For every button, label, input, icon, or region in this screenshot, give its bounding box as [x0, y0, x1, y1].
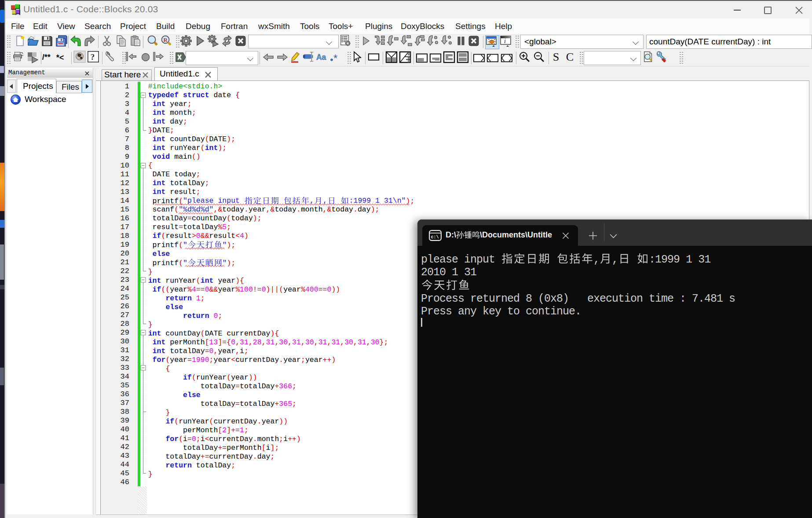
- svg-text:/**: /**: [42, 53, 51, 62]
- svg-text:C: C: [566, 51, 574, 63]
- svg-text:*<: *<: [56, 53, 64, 62]
- svg-text:Aa: Aa: [316, 53, 326, 62]
- svg-text:c:\: c:\: [431, 235, 439, 240]
- svg-text:R: R: [164, 36, 168, 43]
- svg-text:S: S: [553, 51, 560, 63]
- svg-text:*: *: [333, 52, 337, 63]
- svg-text:?: ?: [90, 52, 95, 62]
- svg-text:i: i: [504, 38, 506, 44]
